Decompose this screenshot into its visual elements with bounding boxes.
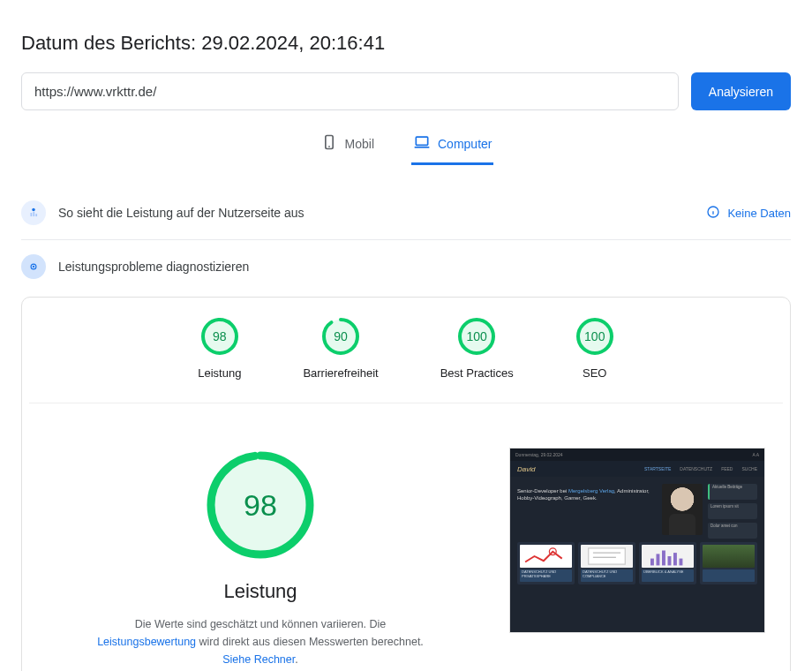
performance-summary: 98 Leistung Die Werte sind geschätzt und…: [47, 448, 474, 671]
performance-body: 98 Leistung Die Werte sind geschätzt und…: [29, 403, 783, 671]
score-best-practices[interactable]: 100 Best Practices: [440, 317, 514, 380]
preview-nav-3: SUCHE: [741, 466, 757, 471]
performance-title: Leistung: [223, 580, 297, 603]
preview-cards: DATENSCHUTZ UND PRIVATSSPHÄRE DATENSCHUT…: [510, 542, 764, 590]
tab-mobile-label: Mobil: [345, 137, 374, 151]
preview-portrait: [662, 484, 703, 535]
gauge-accessibility-value: 90: [321, 317, 360, 356]
preview-topbar: Donnerstag, 29.02.2024A A: [510, 449, 764, 461]
tab-desktop-label: Computer: [438, 137, 492, 151]
score-best-practices-label: Best Practices: [440, 366, 514, 380]
gauge-accessibility: 90: [321, 317, 360, 356]
main-gauge-value: 98: [203, 448, 318, 562]
perf-desc-pre: Die Werte sind geschätzt und können vari…: [135, 618, 387, 630]
preview-hero: Senior-Developer bei Mergelsberg Verlag,…: [510, 477, 764, 542]
diagnose-card: 98 Leistung 90 Barrierefreiheit 100: [21, 297, 791, 671]
score-accessibility[interactable]: 90 Barrierefreiheit: [303, 317, 378, 380]
device-tabs: Mobil Computer: [21, 130, 791, 165]
perf-calc-link[interactable]: Siehe Rechner: [222, 653, 295, 666]
performance-description: Die Werte sind geschätzt und können vari…: [93, 615, 428, 668]
svg-rect-6: [33, 212, 34, 216]
diagnose-icon: [21, 254, 46, 279]
svg-rect-35: [680, 559, 683, 566]
section-diagnose[interactable]: Leistungsprobleme diagnostizieren: [21, 240, 791, 293]
analyze-button[interactable]: Analysieren: [691, 72, 791, 110]
perf-desc-mid: wird direkt aus diesen Messwerten berech…: [196, 636, 424, 648]
svg-rect-7: [35, 214, 37, 216]
gauge-best-practices: 100: [457, 317, 496, 356]
score-seo-label: SEO: [583, 366, 606, 380]
gauge-best-practices-value: 100: [457, 317, 496, 356]
score-performance-label: Leistung: [198, 366, 241, 380]
tab-desktop[interactable]: Computer: [411, 130, 493, 165]
svg-rect-2: [416, 137, 427, 145]
svg-rect-33: [668, 556, 672, 565]
svg-rect-34: [673, 553, 677, 565]
svg-rect-27: [589, 548, 626, 564]
preview-nav-1: DATENSCHUTZ: [680, 466, 712, 471]
svg-rect-30: [650, 559, 654, 566]
preview-hero-text: Senior-Developer bei Mergelsberg Verlag,…: [517, 484, 657, 539]
tab-mobile[interactable]: Mobil: [319, 130, 376, 165]
score-accessibility-label: Barrierefreiheit: [303, 366, 378, 380]
svg-point-4: [32, 208, 35, 212]
main-gauge: 98: [203, 448, 318, 562]
section-diagnose-title: Leistungsprobleme diagnostizieren: [58, 260, 791, 274]
preview-nav-2: FEED: [721, 466, 733, 471]
preview-nav: David STARTSEITE DATENSCHUTZ FEED SUCHE: [510, 461, 764, 477]
field-data-icon: [21, 200, 46, 225]
gauge-seo: 100: [575, 317, 614, 356]
section-field-data-title: So sieht die Leistung auf der Nutzerseit…: [58, 206, 694, 220]
no-data-label: Keine Daten: [727, 207, 791, 220]
score-seo[interactable]: 100 SEO: [575, 317, 614, 380]
phone-icon: [320, 133, 338, 154]
page-screenshot-preview: Donnerstag, 29.02.2024A A David STARTSEI…: [509, 448, 765, 633]
preview-nav-0: STARTSEITE: [644, 466, 671, 471]
perf-rating-link[interactable]: Leistungsbewertung: [97, 636, 196, 648]
no-data-link[interactable]: Keine Daten: [706, 205, 791, 222]
report-date-heading: Datum des Berichts: 29.02.2024, 20:16:41: [21, 32, 791, 55]
svg-rect-5: [31, 213, 33, 216]
preview-logo: David: [517, 465, 535, 473]
gauge-performance: 98: [200, 317, 239, 356]
url-row: Analysieren: [21, 72, 791, 110]
gauge-seo-value: 100: [575, 317, 614, 356]
url-input[interactable]: [21, 72, 679, 110]
info-icon: [706, 205, 720, 222]
gauge-performance-value: 98: [200, 317, 239, 356]
scores-row: 98 Leistung 90 Barrierefreiheit 100: [29, 317, 783, 403]
preview-sidebar: Aktuelle Beiträge Lorem ipsum sit Dolor …: [708, 484, 757, 539]
score-performance[interactable]: 98 Leistung: [198, 317, 241, 380]
svg-rect-32: [662, 551, 665, 566]
laptop-icon: [413, 133, 431, 154]
section-field-data[interactable]: So sieht die Leistung auf der Nutzerseit…: [21, 186, 791, 240]
svg-point-12: [33, 266, 34, 268]
svg-rect-31: [657, 554, 660, 565]
